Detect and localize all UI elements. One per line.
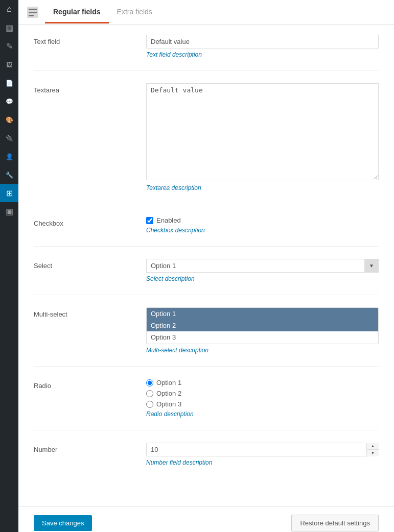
- select-label: Select: [34, 259, 146, 270]
- pages-icon: [6, 78, 13, 87]
- checkbox-row: Checkbox Enabled Checkbox description: [34, 216, 379, 247]
- radio-option-3-row: Option 3: [146, 400, 379, 408]
- settings-icon: [6, 188, 13, 198]
- form-area: Text field Text field description Textar…: [18, 25, 394, 506]
- radio-option-1-row: Option 1: [146, 379, 379, 386]
- users-icon: [6, 152, 13, 161]
- sidebar: [0, 0, 18, 532]
- sidebar-icon-media[interactable]: [0, 55, 18, 74]
- radio-description: Radio description: [146, 410, 379, 418]
- tab-bar: Regular fields Extra fields: [18, 0, 394, 25]
- radio-content: Option 1 Option 2 Option 3 Radio descrip…: [146, 379, 379, 418]
- multiselect-description: Multi-select description: [146, 347, 379, 354]
- custom-icon: [6, 207, 13, 216]
- text-field-input[interactable]: [146, 35, 379, 49]
- text-field-content: Text field description: [146, 35, 379, 58]
- svg-rect-1: [29, 9, 37, 10]
- radio-label-1: Option 1: [156, 379, 181, 386]
- textarea-input[interactable]: Default value: [146, 83, 379, 180]
- save-button[interactable]: Save changes: [34, 515, 92, 531]
- radio-label: Radio: [34, 379, 146, 390]
- sidebar-icon-home[interactable]: [0, 0, 18, 18]
- multiselect-label: Multi-select: [34, 307, 146, 318]
- multiselect-input[interactable]: Option 1 Option 2 Option 3: [146, 307, 379, 344]
- radio-row: Radio Option 1 Option 2 Option 3: [34, 379, 379, 430]
- multiselect-option-3[interactable]: Option 3: [147, 331, 378, 343]
- select-row: Select Option 1 Option 2 Option 3 ▼ Sele…: [34, 259, 379, 295]
- radio-option-2-row: Option 2: [146, 390, 379, 397]
- main-content: Regular fields Extra fields Text field T…: [18, 0, 394, 532]
- number-wrapper: ▲ ▼: [146, 443, 379, 456]
- number-increment-button[interactable]: ▲: [367, 443, 379, 450]
- sidebar-icon-tools[interactable]: [0, 165, 18, 184]
- tab-regular-fields[interactable]: Regular fields: [45, 2, 109, 23]
- svg-rect-3: [29, 15, 34, 16]
- checkbox-input-row: Enabled: [146, 216, 379, 224]
- select-wrapper: Option 1 Option 2 Option 3 ▼: [146, 259, 379, 273]
- number-content: ▲ ▼ Number field description: [146, 443, 379, 466]
- sidebar-icon-pages[interactable]: [0, 74, 18, 92]
- text-field-description: Text field description: [146, 51, 379, 58]
- select-input[interactable]: Option 1 Option 2 Option 3: [146, 259, 379, 273]
- textarea-row: Textarea Default value Textarea descript…: [34, 83, 379, 204]
- appearance-icon: [6, 115, 13, 124]
- radio-input-3[interactable]: [146, 401, 153, 408]
- multiselect-row: Multi-select Option 1 Option 2 Option 3 …: [34, 307, 379, 367]
- tab-extra-fields[interactable]: Extra fields: [109, 2, 160, 23]
- sidebar-icon-appearance[interactable]: [0, 110, 18, 129]
- number-description: Number field description: [146, 459, 379, 466]
- checkbox-checked-label: Enabled: [156, 216, 181, 224]
- text-field-row: Text field Text field description: [34, 35, 379, 71]
- number-label: Number: [34, 443, 146, 453]
- footer-bar: Save changes Restore default settings: [18, 506, 394, 532]
- text-field-label: Text field: [34, 35, 146, 45]
- checkbox-label: Checkbox: [34, 216, 146, 227]
- radio-input-2[interactable]: [146, 390, 153, 397]
- sidebar-icon-dashboard[interactable]: [0, 18, 18, 37]
- comments-icon: [6, 96, 13, 106]
- number-input[interactable]: [146, 443, 379, 456]
- tab-bar-icon: [24, 3, 42, 21]
- sidebar-icon-plugins[interactable]: [0, 129, 18, 147]
- radio-label-3: Option 3: [156, 400, 181, 408]
- radio-group: Option 1 Option 2 Option 3: [146, 379, 379, 408]
- sidebar-icon-comments[interactable]: [0, 92, 18, 110]
- checkbox-description: Checkbox description: [146, 227, 379, 234]
- home-icon: [7, 5, 12, 14]
- posts-icon: [6, 41, 13, 51]
- radio-label-2: Option 2: [156, 390, 181, 397]
- radio-input-1[interactable]: [146, 379, 153, 386]
- select-content: Option 1 Option 2 Option 3 ▼ Select desc…: [146, 259, 379, 282]
- fields-icon: [26, 6, 39, 19]
- multiselect-option-2[interactable]: Option 2: [147, 320, 378, 331]
- checkbox-input[interactable]: [146, 217, 153, 224]
- multiselect-content: Option 1 Option 2 Option 3 Multi-select …: [146, 307, 379, 354]
- tools-icon: [6, 170, 13, 179]
- select-description: Select description: [146, 275, 379, 282]
- plugins-icon: [6, 133, 13, 142]
- restore-button[interactable]: Restore default settings: [291, 515, 379, 531]
- number-decrement-button[interactable]: ▼: [367, 450, 379, 456]
- media-icon: [6, 60, 12, 69]
- sidebar-icon-custom[interactable]: [0, 202, 18, 221]
- number-spinners: ▲ ▼: [366, 443, 379, 456]
- textarea-label: Textarea: [34, 83, 146, 94]
- svg-rect-2: [29, 12, 37, 13]
- sidebar-icon-settings[interactable]: [0, 184, 18, 202]
- sidebar-icon-posts[interactable]: [0, 37, 18, 55]
- checkbox-content: Enabled Checkbox description: [146, 216, 379, 234]
- sidebar-icon-users[interactable]: [0, 147, 18, 165]
- multiselect-option-1[interactable]: Option 1: [147, 308, 378, 320]
- textarea-content: Default value Textarea description: [146, 83, 379, 191]
- number-row: Number ▲ ▼ Number field description: [34, 443, 379, 478]
- textarea-description: Textarea description: [146, 184, 379, 191]
- dashboard-icon: [6, 23, 13, 33]
